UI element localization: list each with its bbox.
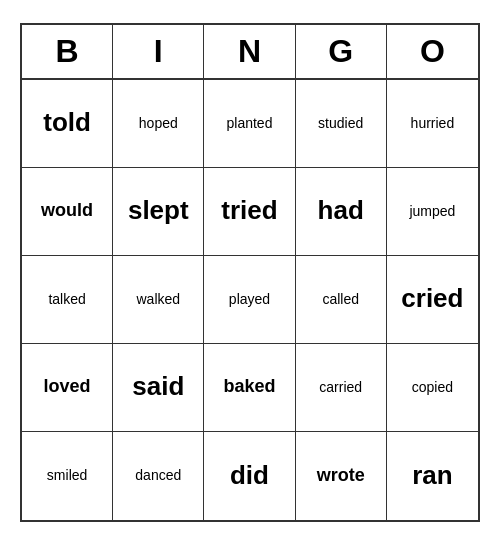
cell-text: slept bbox=[128, 195, 189, 226]
bingo-cell: talked bbox=[22, 256, 113, 344]
bingo-cell: wrote bbox=[296, 432, 387, 520]
header-letter-b: B bbox=[22, 25, 113, 78]
cell-text: had bbox=[318, 195, 364, 226]
bingo-cell: smiled bbox=[22, 432, 113, 520]
header-letter-i: I bbox=[113, 25, 204, 78]
bingo-cell: hoped bbox=[113, 80, 204, 168]
bingo-cell: ran bbox=[387, 432, 478, 520]
cell-text: said bbox=[132, 371, 184, 402]
cell-text: played bbox=[229, 291, 270, 308]
cell-text: carried bbox=[319, 379, 362, 396]
header-letter-o: O bbox=[387, 25, 478, 78]
header-letter-g: G bbox=[296, 25, 387, 78]
cell-text: tried bbox=[221, 195, 277, 226]
bingo-cell: jumped bbox=[387, 168, 478, 256]
cell-text: jumped bbox=[409, 203, 455, 220]
cell-text: danced bbox=[135, 467, 181, 484]
cell-text: talked bbox=[48, 291, 85, 308]
cell-text: told bbox=[43, 107, 91, 138]
bingo-grid: toldhopedplantedstudiedhurriedwouldslept… bbox=[22, 80, 478, 520]
bingo-cell: loved bbox=[22, 344, 113, 432]
cell-text: studied bbox=[318, 115, 363, 132]
bingo-cell: copied bbox=[387, 344, 478, 432]
bingo-cell: carried bbox=[296, 344, 387, 432]
bingo-cell: called bbox=[296, 256, 387, 344]
cell-text: planted bbox=[227, 115, 273, 132]
header-letter-n: N bbox=[204, 25, 295, 78]
bingo-cell: walked bbox=[113, 256, 204, 344]
cell-text: baked bbox=[223, 376, 275, 398]
bingo-cell: would bbox=[22, 168, 113, 256]
bingo-cell: slept bbox=[113, 168, 204, 256]
bingo-header: BINGO bbox=[22, 25, 478, 80]
bingo-cell: danced bbox=[113, 432, 204, 520]
cell-text: copied bbox=[412, 379, 453, 396]
cell-text: would bbox=[41, 200, 93, 222]
cell-text: wrote bbox=[317, 465, 365, 487]
bingo-cell: studied bbox=[296, 80, 387, 168]
cell-text: walked bbox=[136, 291, 180, 308]
bingo-cell: hurried bbox=[387, 80, 478, 168]
bingo-cell: cried bbox=[387, 256, 478, 344]
bingo-cell: told bbox=[22, 80, 113, 168]
bingo-cell: had bbox=[296, 168, 387, 256]
cell-text: cried bbox=[401, 283, 463, 314]
cell-text: ran bbox=[412, 460, 452, 491]
cell-text: smiled bbox=[47, 467, 87, 484]
cell-text: called bbox=[322, 291, 359, 308]
cell-text: did bbox=[230, 460, 269, 491]
bingo-cell: planted bbox=[204, 80, 295, 168]
cell-text: hoped bbox=[139, 115, 178, 132]
bingo-cell: tried bbox=[204, 168, 295, 256]
bingo-cell: played bbox=[204, 256, 295, 344]
cell-text: hurried bbox=[411, 115, 455, 132]
bingo-cell: did bbox=[204, 432, 295, 520]
bingo-card: BINGO toldhopedplantedstudiedhurriedwoul… bbox=[20, 23, 480, 522]
bingo-cell: said bbox=[113, 344, 204, 432]
cell-text: loved bbox=[44, 376, 91, 398]
bingo-cell: baked bbox=[204, 344, 295, 432]
